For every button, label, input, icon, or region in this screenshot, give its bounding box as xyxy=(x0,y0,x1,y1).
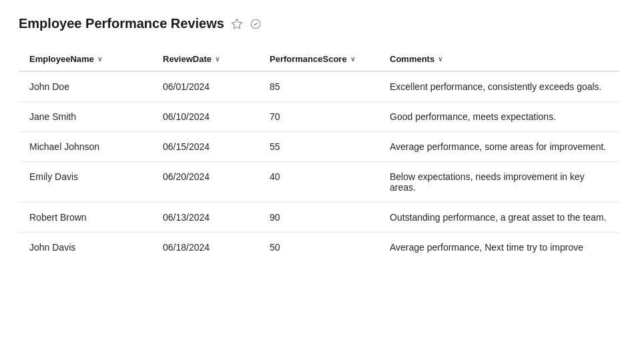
table-row: Michael Johnson06/15/202455Average perfo… xyxy=(19,132,619,162)
review-date-cell: 06/10/2024 xyxy=(152,102,259,132)
employee-name-cell: Michael Johnson xyxy=(19,132,152,162)
review-date-cell: 06/01/2024 xyxy=(152,71,259,102)
comments-cell: Good performance, meets expectations. xyxy=(379,102,619,132)
review-date-cell: 06/20/2024 xyxy=(152,162,259,203)
star-icon[interactable] xyxy=(231,18,243,30)
sort-icon-date: ∨ xyxy=(215,55,220,63)
performance-score-cell: 50 xyxy=(259,233,379,263)
sort-icon-employee: ∨ xyxy=(97,55,102,63)
page-title: Employee Performance Reviews xyxy=(19,16,224,31)
table-row: Emily Davis06/20/202440Below expectation… xyxy=(19,162,619,203)
page-header: Employee Performance Reviews xyxy=(19,16,619,31)
comments-cell: Excellent performance, consistently exce… xyxy=(379,71,619,102)
performance-score-cell: 90 xyxy=(259,203,379,233)
performance-score-cell: 70 xyxy=(259,102,379,132)
performance-score-cell: 85 xyxy=(259,71,379,102)
table-row: Jane Smith06/10/202470Good performance, … xyxy=(19,102,619,132)
table-row: John Doe06/01/202485Excellent performanc… xyxy=(19,71,619,102)
comments-cell: Average performance, some areas for impr… xyxy=(379,132,619,162)
sort-icon-comments: ∨ xyxy=(438,55,442,63)
comments-cell: Below expectations, needs improvement in… xyxy=(379,162,619,203)
table-header: EmployeeName ∨ ReviewDate ∨ PerformanceS… xyxy=(19,47,619,71)
table-row: John Davis06/18/202450Average performanc… xyxy=(19,233,619,263)
employee-name-cell: Robert Brown xyxy=(19,203,152,233)
employee-name-cell: John Davis xyxy=(19,233,152,263)
performance-score-cell: 40 xyxy=(259,162,379,203)
comments-cell: Average performance, Next time try to im… xyxy=(379,233,619,263)
col-header-review-date[interactable]: ReviewDate ∨ xyxy=(152,47,259,71)
col-header-performance-score[interactable]: PerformanceScore ∨ xyxy=(259,47,379,71)
svg-marker-0 xyxy=(232,19,242,28)
table-wrapper: EmployeeName ∨ ReviewDate ∨ PerformanceS… xyxy=(19,47,619,262)
performance-table: EmployeeName ∨ ReviewDate ∨ PerformanceS… xyxy=(19,47,619,262)
table-row: Robert Brown06/13/202490Outstanding perf… xyxy=(19,203,619,233)
table-body: John Doe06/01/202485Excellent performanc… xyxy=(19,71,619,262)
review-date-cell: 06/13/2024 xyxy=(152,203,259,233)
employee-name-cell: Emily Davis xyxy=(19,162,152,203)
review-date-cell: 06/18/2024 xyxy=(152,233,259,263)
sort-icon-score: ∨ xyxy=(350,55,355,63)
employee-name-cell: Jane Smith xyxy=(19,102,152,132)
performance-score-cell: 55 xyxy=(259,132,379,162)
col-header-employee-name[interactable]: EmployeeName ∨ xyxy=(19,47,152,71)
comments-cell: Outstanding performance, a great asset t… xyxy=(379,203,619,233)
circle-check-icon[interactable] xyxy=(250,18,262,30)
employee-name-cell: John Doe xyxy=(19,71,152,102)
review-date-cell: 06/15/2024 xyxy=(152,132,259,162)
col-header-comments[interactable]: Comments ∨ xyxy=(379,47,619,71)
